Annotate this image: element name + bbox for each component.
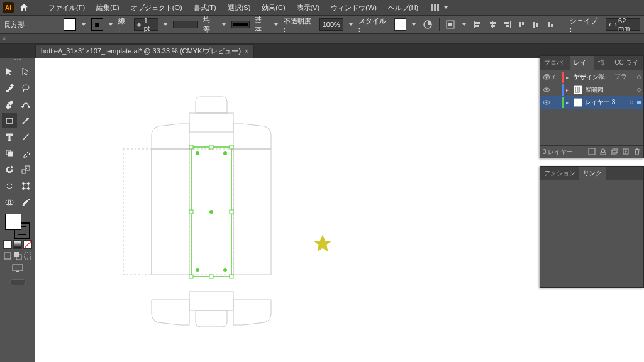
tab-links[interactable]: リンク bbox=[579, 167, 606, 180]
expand-layer-icon[interactable]: ▸ bbox=[566, 100, 571, 106]
stroke-dropdown[interactable] bbox=[108, 18, 113, 31]
fill-dropdown[interactable] bbox=[81, 18, 86, 31]
scale-tool[interactable] bbox=[18, 162, 33, 177]
layer-name-label[interactable]: レイヤー 3 bbox=[585, 98, 627, 107]
delete-layer-icon[interactable] bbox=[633, 148, 641, 156]
layer-name-label[interactable]: 展開図 bbox=[585, 85, 635, 94]
color-mode-icon[interactable] bbox=[3, 240, 12, 249]
align-vcenter-icon[interactable] bbox=[530, 18, 542, 31]
menu-object[interactable]: オブジェクト(O) bbox=[126, 0, 187, 15]
fill-swatch[interactable] bbox=[64, 18, 76, 31]
line-segment-tool[interactable] bbox=[18, 129, 33, 145]
make-clipping-mask-icon[interactable] bbox=[599, 148, 607, 156]
visibility-toggle-icon[interactable] bbox=[543, 86, 550, 94]
new-sublayer-icon[interactable] bbox=[611, 148, 618, 156]
none-mode-icon[interactable] bbox=[23, 240, 32, 249]
style-dropdown[interactable] bbox=[411, 18, 416, 31]
recolor-artwork-icon[interactable] bbox=[421, 18, 434, 31]
layer-row-layer3[interactable]: ▸ レイヤー 3 bbox=[540, 96, 643, 109]
menu-view[interactable]: 表示(V) bbox=[292, 0, 325, 15]
expand-layer-icon[interactable]: ▸ bbox=[566, 75, 571, 80]
align-right-icon[interactable] bbox=[501, 18, 513, 31]
curvature-tool[interactable] bbox=[18, 97, 33, 112]
stroke-weight-stepper[interactable] bbox=[137, 23, 142, 27]
svg-rect-40 bbox=[230, 275, 233, 278]
home-icon[interactable] bbox=[19, 3, 29, 13]
dash-dropdown[interactable] bbox=[221, 18, 226, 31]
svg-point-44 bbox=[223, 268, 227, 272]
close-tab-icon[interactable]: × bbox=[245, 48, 248, 55]
brush-definition[interactable] bbox=[231, 21, 250, 28]
menu-type[interactable]: 書式(T) bbox=[189, 0, 221, 15]
shape-builder-tool[interactable] bbox=[2, 195, 17, 210]
tab-cc-libraries[interactable]: CC ライブラ bbox=[611, 56, 643, 70]
pen-tool[interactable] bbox=[2, 97, 17, 112]
menu-window[interactable]: ウィンドウ(W) bbox=[326, 0, 382, 15]
toolbox-grip-icon[interactable] bbox=[12, 59, 23, 63]
tab-actions[interactable]: アクション bbox=[540, 167, 579, 180]
layer-target-icon[interactable] bbox=[637, 75, 641, 79]
eraser-tool[interactable] bbox=[18, 146, 33, 161]
menu-effect[interactable]: 効果(C) bbox=[257, 0, 290, 15]
opacity-dropdown[interactable] bbox=[348, 18, 353, 31]
fill-indicator[interactable] bbox=[5, 214, 21, 230]
stroke-weight-input[interactable]: 1 pt bbox=[134, 18, 158, 31]
paintbrush-tool[interactable] bbox=[18, 113, 33, 128]
draw-behind-icon[interactable] bbox=[13, 251, 22, 260]
svg-point-15 bbox=[22, 188, 24, 190]
workspace-switcher-dropdown[interactable] bbox=[443, 1, 448, 14]
graphic-style-swatch[interactable] bbox=[394, 18, 407, 31]
width-tool[interactable] bbox=[2, 178, 17, 194]
variable-width-profile[interactable] bbox=[173, 21, 197, 28]
fill-stroke-indicator[interactable] bbox=[5, 214, 30, 239]
align-hcenter-icon[interactable] bbox=[486, 18, 499, 31]
direct-selection-tool[interactable] bbox=[18, 64, 33, 79]
gradient-mode-icon[interactable] bbox=[13, 240, 22, 249]
new-layer-icon[interactable] bbox=[622, 148, 630, 156]
align-left-icon[interactable] bbox=[472, 18, 484, 31]
document-tab[interactable]: bottleA_31×31×107_template.ai* @ 33.33 %… bbox=[35, 44, 254, 58]
draw-normal-icon[interactable] bbox=[3, 251, 12, 260]
brush-dropdown[interactable] bbox=[274, 18, 279, 31]
align-bottom-icon[interactable] bbox=[544, 18, 557, 31]
essentials-collapse-bar[interactable]: « bbox=[0, 34, 644, 44]
layer-count-label: 3 レイヤー bbox=[543, 148, 573, 156]
opacity-input[interactable]: 100% bbox=[319, 18, 343, 31]
menu-help[interactable]: ヘルプ(H) bbox=[383, 0, 423, 15]
selection-tool[interactable] bbox=[2, 64, 17, 79]
expand-layer-icon[interactable]: ▸ bbox=[566, 87, 571, 93]
layer-name-label[interactable]: デザイン ... bbox=[574, 73, 635, 82]
free-transform-tool[interactable] bbox=[18, 178, 33, 194]
edit-toolbar-button[interactable] bbox=[9, 279, 26, 285]
align-to-dropdown[interactable] bbox=[462, 18, 467, 31]
align-top-icon[interactable] bbox=[515, 18, 528, 31]
layer-target-icon[interactable] bbox=[637, 88, 641, 92]
locate-object-icon[interactable] bbox=[588, 148, 596, 156]
stroke-swatch[interactable] bbox=[91, 18, 104, 31]
draw-inside-icon[interactable] bbox=[23, 251, 32, 260]
menu-edit[interactable]: 編集(E) bbox=[91, 0, 125, 15]
layer-target-icon[interactable] bbox=[630, 101, 633, 104]
magic-wand-tool[interactable] bbox=[2, 80, 17, 96]
eyedropper-tool[interactable] bbox=[18, 195, 33, 210]
workspace-switcher-icon[interactable] bbox=[427, 3, 442, 13]
stroke-weight-dropdown[interactable] bbox=[164, 18, 169, 31]
screen-mode-icon[interactable] bbox=[12, 264, 23, 274]
visibility-toggle-icon[interactable] bbox=[543, 99, 550, 106]
svg-point-41 bbox=[196, 151, 199, 155]
rotate-tool[interactable] bbox=[2, 162, 17, 177]
tab-info[interactable]: 情報 bbox=[594, 56, 611, 70]
menu-file[interactable]: ファイル(F) bbox=[43, 0, 90, 15]
type-tool[interactable] bbox=[2, 129, 17, 145]
shaper-tool[interactable] bbox=[2, 146, 17, 161]
rectangle-tool[interactable] bbox=[2, 113, 17, 128]
shape-width-input[interactable]: ⟷ 62 mm bbox=[606, 18, 640, 31]
tab-layers[interactable]: レイヤー bbox=[570, 56, 595, 70]
align-to-icon[interactable] bbox=[445, 18, 457, 31]
menu-select[interactable]: 選択(S) bbox=[223, 0, 256, 15]
align-buttons-group bbox=[472, 18, 557, 31]
lasso-tool[interactable] bbox=[18, 80, 33, 96]
tab-properties[interactable]: プロパティ bbox=[540, 56, 570, 70]
visibility-toggle-icon[interactable] bbox=[543, 74, 550, 81]
layer-row-dieline[interactable]: ▸ 展開図 bbox=[540, 84, 643, 96]
